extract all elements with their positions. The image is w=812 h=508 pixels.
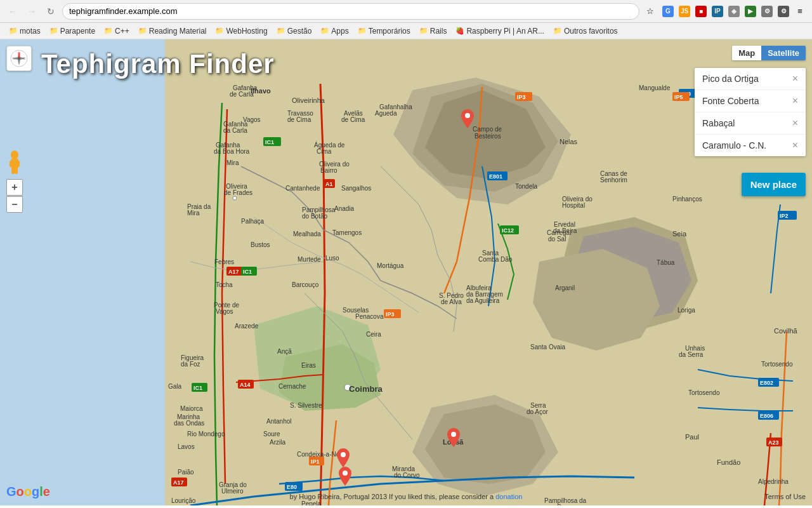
place-item-caramulo[interactable]: Caramulo - C.N. ×	[695, 135, 806, 156]
map-pin-1[interactable]	[461, 109, 474, 128]
svg-point-165	[11, 150, 18, 159]
svg-text:Mortágua: Mortágua	[377, 262, 404, 269]
browser-toolbar: ← → ↻ ☆ G JS ■ IP ◈ ▶ ⚙	[0, 0, 812, 23]
place-close-icon[interactable]: ×	[792, 95, 798, 107]
bookmark-reading[interactable]: 📁 Reading Material	[134, 25, 211, 37]
bookmark-rails[interactable]: 📁 Rails	[416, 25, 451, 37]
place-item-fonte-coberta[interactable]: Fonte Coberta ×	[695, 90, 806, 112]
bookmark-cpp[interactable]: 📁 C++	[100, 25, 133, 37]
zoom-out-button[interactable]: −	[6, 196, 23, 213]
bookmark-parapente[interactable]: 📁 Parapente	[46, 25, 99, 37]
place-close-icon[interactable]: ×	[792, 117, 798, 129]
ext-icon-2[interactable]: JS	[678, 4, 691, 18]
svg-text:E802: E802	[760, 380, 773, 386]
svg-text:IP2: IP2	[780, 213, 789, 219]
bookmark-gestao[interactable]: 📁 Gestão	[273, 25, 316, 37]
bookmark-motas[interactable]: 📁 motas	[5, 25, 44, 37]
pegman-control[interactable]	[6, 150, 23, 176]
menu-button[interactable]: ≡	[793, 4, 807, 18]
map-pin-4[interactable]	[339, 467, 351, 486]
map-type-satellite-button[interactable]: Satellite	[761, 46, 806, 60]
compass-control[interactable]: N S W E	[6, 46, 32, 71]
svg-text:Mealhada: Mealhada	[293, 231, 321, 237]
bookmark-temporarios[interactable]: 📁 Temporários	[354, 25, 414, 37]
svg-text:Nelas: Nelas	[560, 138, 578, 145]
ext-icon-4[interactable]: IP	[710, 4, 724, 18]
address-bar[interactable]	[62, 3, 639, 20]
svg-text:IP1: IP1	[311, 458, 320, 465]
svg-text:Antanhol: Antanhol	[266, 418, 291, 425]
map-pin-3[interactable]	[337, 448, 350, 467]
map-pin-2[interactable]	[447, 428, 460, 447]
place-item-rabacal[interactable]: Rabaçal ×	[695, 112, 806, 135]
svg-point-174	[343, 471, 348, 476]
svg-text:Souselas: Souselas	[343, 307, 369, 314]
bookmark-raspberry[interactable]: 🍓 Raspberry Pi | An AR...	[452, 25, 548, 37]
extension-icons: G JS ■ IP ◈ ▶ ⚙ ⚙ ≡	[661, 4, 807, 18]
map-container[interactable]: Coimbra Praia da Mira Figueira da Foz Ca…	[0, 39, 812, 505]
svg-text:Cima: Cima	[317, 148, 332, 155]
svg-text:IP3: IP3	[386, 311, 395, 318]
svg-text:IC1: IC1	[243, 269, 252, 275]
svg-text:de Carla: de Carla	[230, 91, 254, 98]
svg-text:de Alva: de Alva	[441, 298, 462, 305]
forward-button[interactable]: →	[24, 4, 39, 19]
bookmark-apps[interactable]: 📁 Apps	[317, 25, 352, 37]
svg-text:Serra: Serra	[557, 504, 573, 505]
reload-button[interactable]: ↻	[43, 4, 58, 19]
zoom-in-button[interactable]: +	[6, 179, 23, 196]
svg-text:Gafanhalha: Gafanhalha	[379, 104, 412, 110]
zoom-controls: + −	[6, 179, 23, 213]
folder-icon: 📁	[49, 27, 58, 35]
svg-text:Sangalhos: Sangalhos	[341, 185, 371, 192]
terms-of-use[interactable]: Terms of Use	[764, 493, 806, 500]
bookmark-label: WebHosting	[226, 27, 267, 36]
svg-text:Arazede: Arazede	[235, 323, 259, 330]
map-background: Coimbra Praia da Mira Figueira da Foz Ca…	[0, 39, 812, 505]
svg-text:A14: A14	[240, 382, 251, 388]
back-button[interactable]: ←	[5, 4, 20, 19]
svg-text:Lavos: Lavos	[178, 443, 195, 450]
bookmark-label: Outros favoritos	[564, 27, 618, 36]
svg-text:Santa Ovaia: Santa Ovaia	[530, 344, 565, 351]
map-type-map-button[interactable]: Map	[732, 46, 761, 60]
svg-text:E801: E801	[489, 173, 502, 180]
bookmark-outros[interactable]: 📁 Outros favoritos	[549, 25, 622, 37]
new-place-button[interactable]: New place	[742, 173, 806, 196]
svg-text:do Corvo: do Corvo	[394, 472, 420, 479]
ext-icon-1[interactable]: G	[661, 4, 675, 18]
svg-text:A23: A23	[768, 439, 779, 446]
folder-icon: 📁	[419, 27, 428, 35]
bookmark-webhosting[interactable]: 📁 WebHosting	[211, 25, 271, 37]
bookmark-label: Temporários	[369, 27, 410, 36]
svg-text:N: N	[18, 51, 20, 55]
donation-link[interactable]: donation	[495, 493, 522, 500]
place-close-icon[interactable]: ×	[792, 140, 798, 151]
place-name: Fonte Coberta	[702, 96, 759, 106]
svg-text:do Açor: do Açor	[527, 408, 549, 415]
svg-rect-170	[15, 168, 18, 174]
google-logo: Google	[6, 485, 50, 499]
ext-icon-8[interactable]: ⚙	[776, 4, 790, 18]
bookmark-label: Parapente	[60, 27, 95, 36]
folder-icon: 📁	[358, 27, 367, 35]
svg-text:Lourição: Lourição	[171, 497, 196, 504]
map-navigation-control[interactable]: N S W E	[6, 46, 32, 71]
svg-text:Paul: Paul	[685, 433, 699, 441]
ext-icon-3[interactable]: ■	[694, 4, 708, 18]
place-close-icon[interactable]: ×	[792, 73, 798, 84]
place-item-pico-da-ortiga[interactable]: Pico da Ortiga ×	[695, 68, 806, 90]
svg-text:Loriga: Loriga	[678, 307, 695, 314]
svg-text:Anadia: Anadia	[334, 205, 355, 212]
svg-text:Coimbra: Coimbra	[349, 384, 383, 394]
star-icon[interactable]: ☆	[643, 4, 657, 18]
svg-point-172	[451, 432, 456, 437]
svg-text:Bairro: Bairro	[320, 167, 337, 174]
ext-icon-6[interactable]: ▶	[743, 4, 757, 18]
svg-text:Pinhanços: Pinhanços	[672, 196, 702, 203]
svg-text:Tamengos: Tamengos	[332, 229, 362, 236]
svg-text:Tortosendo: Tortosendo	[761, 361, 793, 368]
svg-text:IP5: IP5	[674, 94, 683, 100]
ext-icon-5[interactable]: ◈	[727, 4, 741, 18]
ext-icon-7[interactable]: ⚙	[760, 4, 774, 18]
